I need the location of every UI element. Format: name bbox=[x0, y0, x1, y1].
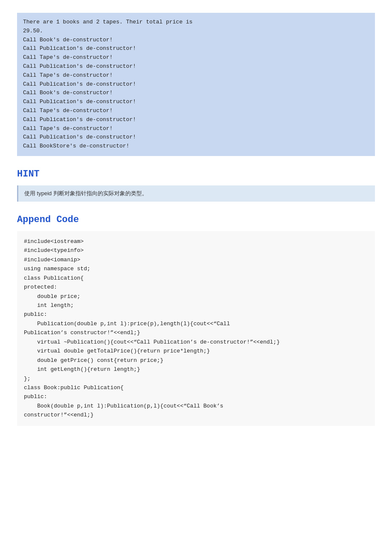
append-code-title: Append Code bbox=[17, 214, 375, 225]
hint-title: HINT bbox=[17, 169, 375, 179]
append-code-section: Append Code #include<iostream> #include<… bbox=[17, 214, 375, 426]
output-section: There are 1 books and 2 tapes. Their tot… bbox=[17, 13, 375, 156]
append-code-text: #include<iostream> #include<typeinfo> #i… bbox=[17, 231, 375, 426]
output-text: There are 1 books and 2 tapes. Their tot… bbox=[17, 13, 375, 156]
hint-section: HINT 使用 typeid 判断对象指针指向的实际对象的类型。 bbox=[17, 169, 375, 202]
hint-text: 使用 typeid 判断对象指针指向的实际对象的类型。 bbox=[17, 185, 375, 202]
